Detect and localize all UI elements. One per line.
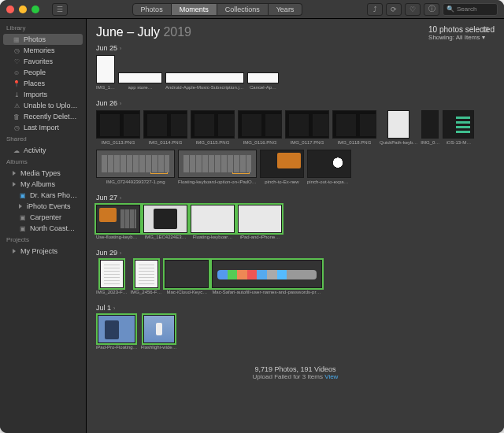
sidebar-item-memories[interactable]: ◷Memories bbox=[0, 45, 86, 56]
zoom-window-button[interactable] bbox=[32, 6, 39, 13]
thumbnail[interactable]: IMG_0113.PNG bbox=[96, 110, 140, 145]
section-header-jun25[interactable]: Jun 25› bbox=[96, 44, 495, 52]
thumbnail[interactable]: IMG_1… bbox=[96, 55, 115, 90]
sidebar-toggle-icon[interactable]: ☰ bbox=[52, 3, 68, 16]
section-header-jul1[interactable]: Jul 1› bbox=[96, 304, 495, 312]
memories-icon: ◷ bbox=[13, 46, 20, 54]
sidebar-item-photos[interactable]: ▦Photos bbox=[3, 34, 83, 45]
rotate-icon[interactable]: ⟳ bbox=[386, 3, 402, 16]
activity-icon: ☁ bbox=[13, 146, 20, 154]
thumbnail[interactable]: IMG_0… bbox=[421, 110, 439, 145]
sidebar-item-my-projects[interactable]: My Projects bbox=[0, 246, 86, 257]
thumbnail[interactable]: IMG_1EC4224E3… bbox=[143, 205, 187, 239]
import-icon: ⤓ bbox=[13, 91, 20, 98]
disclosure-icon bbox=[13, 182, 16, 187]
app-window: ☰ Photos Moments Collections Years ⤴ ⟳ ♡… bbox=[0, 0, 504, 433]
search-input[interactable]: 🔍Search bbox=[443, 3, 498, 16]
thumbnail[interactable]: Cancel-Ap… bbox=[247, 55, 279, 90]
sidebar-item-iphoto[interactable]: iPhoto Events bbox=[0, 201, 86, 212]
section-header-jun27[interactable]: Jun 27› bbox=[96, 194, 495, 202]
thumbnail[interactable]: Floating-keyboard-option-on-iPadOS-full-… bbox=[178, 150, 257, 184]
warning-icon: ⚠ bbox=[13, 102, 20, 109]
clock-icon: ◷ bbox=[13, 124, 20, 131]
titlebar: ☰ Photos Moments Collections Years ⤴ ⟳ ♡… bbox=[0, 0, 504, 19]
chevron-right-icon: › bbox=[120, 250, 121, 256]
disclosure-icon bbox=[13, 249, 16, 254]
sidebar-item-my-albums[interactable]: My Albums bbox=[0, 179, 86, 190]
pin-icon: 📍 bbox=[13, 80, 20, 87]
disclosure-icon bbox=[13, 171, 16, 176]
tab-photos[interactable]: Photos bbox=[132, 3, 172, 16]
thumbnail[interactable]: IMG_2456-F… bbox=[131, 260, 162, 294]
sidebar-item-carpenter[interactable]: ▣Carpenter bbox=[0, 212, 86, 223]
tab-moments[interactable]: Moments bbox=[172, 3, 217, 16]
chevron-right-icon: › bbox=[120, 46, 121, 51]
close-window-button[interactable] bbox=[6, 6, 14, 13]
sidebar-header-albums: Albums bbox=[0, 156, 86, 168]
grid-view-icon[interactable]: ▤ bbox=[482, 25, 496, 36]
info-icon[interactable]: ⓘ bbox=[424, 3, 439, 16]
thumbnail[interactable]: iPad-and-iPhone… bbox=[238, 205, 282, 239]
content-area: ▤ June – July 2019 10 photos selected Sh… bbox=[87, 19, 504, 433]
sidebar-item-recent-deleted[interactable]: 🗑Recently Delet… bbox=[0, 111, 86, 122]
thumbnail[interactable]: pinch-to-Ex-new bbox=[260, 150, 304, 184]
library-count: 9,719 Photos, 191 Videos bbox=[96, 365, 495, 373]
thumbnail[interactable]: IMG_0115.PNG bbox=[191, 110, 235, 145]
thumbnail[interactable]: Android-Apple-Music-Subscription.jpg bbox=[165, 55, 244, 90]
chevron-right-icon: › bbox=[120, 195, 121, 201]
sidebar-item-drkars[interactable]: ▣Dr. Kars Pho… bbox=[0, 190, 86, 201]
album-icon: ▣ bbox=[19, 213, 27, 221]
sidebar-item-favorites[interactable]: ♡Favorites bbox=[0, 56, 86, 67]
sidebar-item-imports[interactable]: ⤓Imports bbox=[0, 89, 86, 100]
thumbnail[interactable]: IMG_0114.PNG bbox=[143, 110, 187, 145]
sidebar-item-media-types[interactable]: Media Types bbox=[0, 168, 86, 179]
sidebar: Library ▦Photos ◷Memories ♡Favorites ☺Pe… bbox=[0, 19, 87, 433]
section-header-jun29[interactable]: Jun 29› bbox=[96, 249, 495, 257]
chevron-right-icon: › bbox=[120, 101, 121, 106]
thumbnail[interactable]: Use-floating-keyboard-handle-to-spring-b… bbox=[96, 205, 140, 239]
trash-icon: 🗑 bbox=[13, 113, 20, 120]
sidebar-item-places[interactable]: 📍Places bbox=[0, 78, 86, 89]
thumbnail[interactable]: Flashlight-wide… bbox=[141, 315, 177, 350]
sidebar-item-north[interactable]: ▣North Coast… bbox=[0, 223, 86, 234]
album-icon: ▣ bbox=[19, 191, 27, 199]
sidebar-item-unable[interactable]: ⚠Unable to Uplo… bbox=[0, 100, 86, 111]
view-failed-link[interactable]: View bbox=[324, 373, 338, 380]
thumbnail[interactable]: Mac-iCloud-Keyc… bbox=[165, 260, 209, 294]
photos-icon: ▦ bbox=[13, 35, 20, 43]
window-controls bbox=[6, 6, 39, 13]
thumbnail[interactable]: IMG_0116.PNG bbox=[238, 110, 282, 145]
thumbnail[interactable]: IMG_0118.PNG bbox=[332, 110, 376, 145]
sidebar-header-shared: Shared bbox=[0, 133, 86, 145]
sidebar-item-activity[interactable]: ☁Activity bbox=[0, 145, 86, 156]
page-title: June – July 2019 bbox=[96, 25, 191, 39]
section-header-jun26[interactable]: Jun 26› bbox=[96, 99, 495, 107]
disclosure-icon bbox=[19, 204, 22, 209]
thumbnail[interactable]: iPad-Pro-Floating… bbox=[96, 315, 138, 350]
people-icon: ☺ bbox=[13, 68, 20, 76]
thumbnail[interactable]: Floating-keyboar… bbox=[191, 205, 235, 239]
thumbnail[interactable]: IMG_0724492393727-1.png bbox=[96, 150, 175, 184]
minimize-window-button[interactable] bbox=[19, 6, 27, 13]
status-footer: 9,719 Photos, 191 Videos Upload Failed f… bbox=[96, 365, 495, 388]
sidebar-header-library: Library bbox=[0, 22, 86, 34]
tab-collections[interactable]: Collections bbox=[217, 3, 269, 16]
share-icon[interactable]: ⤴ bbox=[367, 3, 383, 16]
search-icon: 🔍 bbox=[447, 6, 454, 13]
thumbnail[interactable]: Mac-Safari-autofill-user-names-and-passw… bbox=[212, 260, 322, 294]
album-icon: ▣ bbox=[19, 224, 27, 232]
chevron-right-icon: › bbox=[113, 305, 115, 311]
thumbnail[interactable]: QuickPath-keyb… bbox=[380, 110, 417, 145]
view-segmented-control: Photos Moments Collections Years bbox=[72, 3, 362, 16]
thumbnail[interactable]: IMG_2023-F… bbox=[96, 260, 128, 294]
thumbnail[interactable]: IMG_0117.PNG bbox=[285, 110, 329, 145]
heart-icon: ♡ bbox=[13, 57, 20, 65]
thumbnail[interactable]: pinch-out-to-expand-floating-keyboard-t… bbox=[307, 150, 351, 184]
thumbnail[interactable]: iOS-13-M… bbox=[443, 110, 474, 145]
sidebar-item-last-import[interactable]: ◷Last Import bbox=[0, 122, 86, 133]
sidebar-item-people[interactable]: ☺People bbox=[0, 67, 86, 78]
thumbnail[interactable]: app store… bbox=[118, 55, 162, 90]
sidebar-header-projects: Projects bbox=[0, 234, 86, 246]
tab-years[interactable]: Years bbox=[269, 3, 303, 16]
favorite-icon[interactable]: ♡ bbox=[405, 3, 421, 16]
